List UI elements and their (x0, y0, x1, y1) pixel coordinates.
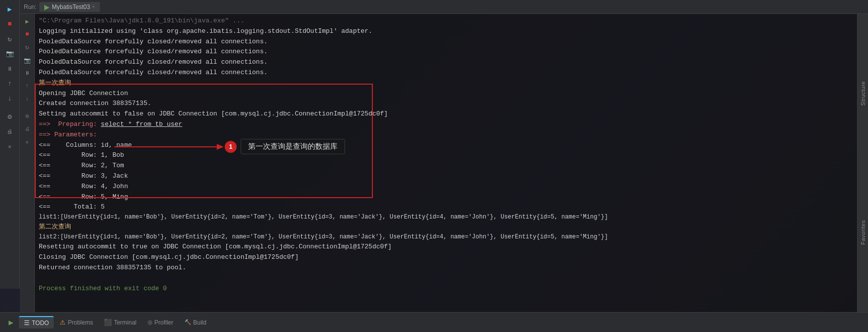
line-15-tom: <== Row: 2, Tom (39, 161, 864, 171)
problems-icon: ⚠ (60, 319, 66, 326)
line-5: PooledDataSource forcefully closed/remov… (39, 57, 864, 68)
line-23: Resetting autocommit to true on JDBC Con… (39, 242, 864, 252)
rerun-btn[interactable]: ↻ (22, 42, 33, 53)
run-tab-close[interactable]: × (92, 4, 95, 9)
line-25: Returned connection 388357135 to pool. (39, 263, 864, 273)
console-output: "C:\Program Files\Java\jdk1.8.0_191\bin\… (35, 14, 868, 312)
annotation-text: 第一次查询是查询的数据库 (241, 139, 345, 154)
print-btn[interactable]: 🖨 (22, 123, 33, 134)
line-9: Created connection 388357135. (39, 99, 864, 109)
suspend-btn[interactable]: ⏸ (22, 68, 33, 79)
tab-problems-label: Problems (68, 319, 93, 326)
camera-icon[interactable]: 📷 (3, 47, 17, 61)
run-tab[interactable]: ▶ MybatisTest03 × (39, 2, 100, 12)
run-icon[interactable]: ▶ (3, 2, 17, 16)
tab-terminal[interactable]: ⬛ Terminal (99, 317, 141, 328)
close-all-icon[interactable]: ✕ (3, 139, 17, 153)
line-8: Opening JDBC Connection (39, 89, 864, 99)
tab-problems[interactable]: ⚠ Problems (55, 317, 98, 328)
line-18: <== Row: 5, Ming (39, 192, 864, 203)
line-2: Logging initialized using 'class org.apa… (39, 26, 864, 37)
tab-terminal-label: Terminal (114, 319, 136, 326)
line-1: "C:\Program Files\Java\jdk1.8.0_191\bin\… (39, 16, 864, 26)
pause-icon[interactable]: ⏸ (3, 62, 17, 76)
todo-icon: ☰ (24, 319, 30, 327)
line-27-exit: Process finished with exit code 0 (39, 284, 864, 294)
scroll-up-icon[interactable]: ↑ (3, 77, 17, 91)
console-area: ▶ ■ ↻ 📷 ⏸ ↑ ↓ ⚙ 🖨 ✕ "C:\Program Files\Ja… (20, 14, 868, 312)
line-21-section2: 第二次查询 (39, 222, 864, 232)
line-3: PooledDataSource forcefully closed/remov… (39, 37, 864, 47)
tab-profiler-label: Profiler (155, 319, 174, 326)
settings-btn[interactable]: ⚙ (22, 111, 33, 121)
line-19: <== Total: 5 (39, 202, 864, 213)
right-panels: Structure Favorites (857, 14, 868, 312)
scroll-down-icon[interactable]: ↓ (3, 92, 17, 106)
status-bar: ▶ ☰ TODO ⚠ Problems ⬛ Terminal ◎ Profile… (0, 312, 868, 332)
up-btn[interactable]: ↑ (22, 81, 33, 92)
build-icon: 🔨 (184, 319, 191, 326)
line-7-section: 第一次查询 (39, 78, 864, 89)
line-20-list1: list1:[UserEntity{id=1, name='Bob'}, Use… (39, 213, 864, 222)
tab-todo-label: TODO (32, 320, 49, 327)
line-11: ==> Preparing: select * from tb_user (39, 119, 864, 130)
terminal-icon: ⬛ (104, 319, 112, 326)
run-label: Run: (24, 3, 36, 10)
run-button[interactable]: ▶ (4, 316, 18, 330)
line-22-list2: list2:[UserEntity{id=1, name='Bob'}, Use… (39, 232, 864, 242)
play-btn[interactable]: ▶ (22, 16, 33, 27)
line-26 (39, 273, 864, 284)
line-6: PooledDataSource forcefully closed/remov… (39, 68, 864, 78)
stop-icon[interactable]: ■ (3, 17, 17, 31)
print-icon[interactable]: 🖨 (3, 124, 17, 138)
left-sidebar: ▶ ■ ↻ 📷 ⏸ ↑ ↓ ⚙ 🖨 ✕ (0, 0, 20, 289)
tab-profiler[interactable]: ◎ Profiler (143, 317, 178, 328)
tab-build[interactable]: 🔨 Build (179, 317, 212, 328)
run-bar: Run: ▶ MybatisTest03 × (20, 0, 868, 14)
down-btn[interactable]: ↓ (22, 94, 33, 105)
console-actions: ▶ ■ ↻ 📷 ⏸ ↑ ↓ ⚙ 🖨 ✕ (20, 14, 35, 312)
rerun-icon[interactable]: ↻ (3, 32, 17, 46)
annotation-circle: 1 (225, 141, 237, 153)
annotation-arrow (114, 146, 219, 147)
tab-todo[interactable]: ☰ TODO (19, 316, 54, 329)
run-tab-label: MybatisTest03 (52, 3, 90, 10)
tab-build-label: Build (193, 319, 207, 326)
arrow-head (217, 144, 224, 150)
line-4: PooledDataSource forcefully closed/remov… (39, 47, 864, 57)
settings-icon[interactable]: ⚙ (3, 110, 17, 123)
favorites-panel-label[interactable]: Favorites (858, 218, 868, 247)
stop-btn[interactable]: ■ (22, 29, 33, 40)
camera-btn[interactable]: 📷 (22, 55, 33, 66)
clear-btn[interactable]: ✕ (22, 136, 33, 147)
profiler-icon: ◎ (148, 319, 153, 326)
structure-panel-label[interactable]: Structure (858, 79, 868, 108)
line-24: Closing JDBC Connection [com.mysql.cj.jd… (39, 252, 864, 263)
line-10: Setting autocommit to false on JDBC Conn… (39, 109, 864, 119)
annotation-container: 1 第一次查询是查询的数据库 (114, 139, 345, 154)
line-17: <== Row: 4, John (39, 182, 864, 192)
line-16: <== Row: 3, Jack (39, 171, 864, 182)
